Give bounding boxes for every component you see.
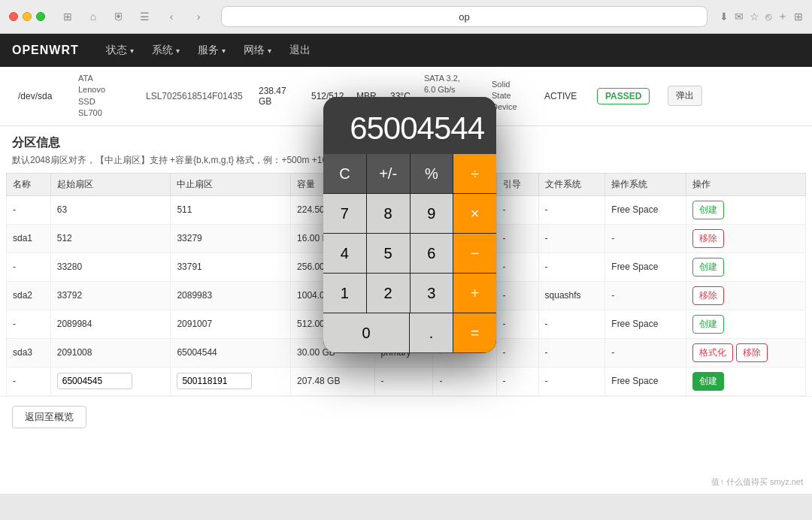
create-button[interactable]: 创建 <box>692 315 724 334</box>
nav-system-label: 系统 <box>152 44 173 57</box>
back-to-overview-button[interactable]: 返回至概览 <box>12 406 86 428</box>
create-green-button[interactable]: 创建 <box>692 372 724 391</box>
cell-fs: - <box>538 338 605 367</box>
forward-nav-icon[interactable]: › <box>188 6 209 27</box>
disk-model: ATA Lenovo SSD SL700 <box>72 73 140 119</box>
nav-item-system[interactable]: 系统 ▾ <box>143 34 189 67</box>
nav-status-label: 状态 <box>106 44 127 57</box>
star-icon[interactable]: ☆ <box>750 11 759 23</box>
nav-network-arrow: ▾ <box>268 47 271 55</box>
cell-end: 2089983 <box>171 281 291 310</box>
cell-action[interactable]: 创建 <box>686 195 806 224</box>
calculator-display: 65004544 <box>323 97 496 154</box>
cell-boot: - <box>496 281 538 310</box>
create-button[interactable]: 创建 <box>692 201 724 219</box>
cell-name: sda2 <box>7 281 51 310</box>
calc-btn-8-button[interactable]: 8 <box>367 194 410 233</box>
cell-os: Free Space <box>605 195 686 224</box>
close-button[interactable] <box>9 12 18 21</box>
minimize-button[interactable] <box>23 12 32 21</box>
reader-icon[interactable]: ☰ <box>134 6 155 27</box>
disk-device: /dev/sda <box>12 91 72 101</box>
remove-button[interactable]: 移除 <box>736 343 768 362</box>
nav-logout-label: 退出 <box>289 44 311 57</box>
nav-item-status[interactable]: 状态 ▾ <box>97 34 143 67</box>
calc-btn--button[interactable]: − <box>453 234 496 273</box>
cell-os: Free Space <box>605 252 686 281</box>
back-btn-row: 返回至概览 <box>0 396 812 437</box>
calc-btn-9-button[interactable]: 9 <box>411 194 453 233</box>
cell-name: - <box>7 195 51 224</box>
cell-os: Free Space <box>605 310 686 338</box>
calc-btn-4-button[interactable]: 4 <box>323 234 366 273</box>
maximize-button[interactable] <box>36 12 45 21</box>
calc-btn-5-button[interactable]: 5 <box>367 234 410 273</box>
cell-start: 33792 <box>50 281 171 310</box>
nav-item-logout[interactable]: 退出 <box>280 34 320 67</box>
nav-item-services[interactable]: 服务 ▾ <box>189 34 235 67</box>
main-content: /dev/sda ATA Lenovo SSD SL700 LSL7025618… <box>0 67 812 494</box>
browser-nav: ⊞ ⌂ ⛨ ☰ <box>57 6 155 27</box>
calc-btn--button[interactable]: = <box>453 313 496 352</box>
format-button[interactable]: 格式化 <box>692 343 733 362</box>
cell-end: 33279 <box>171 224 291 252</box>
disk-eject-button[interactable]: 弹出 <box>668 86 702 106</box>
calc-btn-2-button[interactable]: 2 <box>367 274 410 313</box>
address-bar[interactable]: op <box>221 6 707 27</box>
disk-badge-col: PASSED <box>591 90 656 101</box>
calc-btn-0-button[interactable]: 0 <box>323 313 409 352</box>
cell-size: 207.48 GB <box>291 367 375 395</box>
calc-btn--button[interactable]: + <box>453 274 496 313</box>
nav-services-arrow: ▾ <box>222 47 226 55</box>
calc-btn--button[interactable]: ÷ <box>453 154 496 193</box>
calc-btn-C-button[interactable]: C <box>323 154 366 193</box>
cell-start[interactable] <box>50 367 171 395</box>
cell-start: 2089984 <box>50 310 171 338</box>
home-icon[interactable]: ⌂ <box>83 6 104 27</box>
cell-action[interactable]: 创建 <box>686 252 806 281</box>
cell-os: - <box>605 338 686 367</box>
share-icon[interactable]: ⎋ <box>765 11 771 23</box>
calc-btn--button[interactable]: % <box>411 154 453 193</box>
cell-end: 511 <box>171 195 291 224</box>
cell-action[interactable]: 格式化 移除 <box>686 338 806 367</box>
calculator-overlay: 65004544 C+/-%÷789×456−123+0.= <box>323 97 496 353</box>
calc-btn--button[interactable]: +/- <box>367 154 410 193</box>
tabs-icon[interactable]: ⊞ <box>794 11 803 23</box>
cell-end: 33791 <box>171 252 291 281</box>
new-tab-icon[interactable]: ＋ <box>777 10 788 23</box>
calc-btn--button[interactable]: × <box>453 194 496 233</box>
cell-action[interactable]: 创建 <box>686 367 806 395</box>
browser-titlebar: ⊞ ⌂ ⛨ ☰ ‹ › op ⬇ ✉ ☆ ⎋ ＋ ⊞ <box>0 0 812 33</box>
cell-end: 2091007 <box>171 310 291 338</box>
cell-end: 65004544 <box>171 338 291 367</box>
col-header-os: 操作系统 <box>605 173 686 195</box>
cell-boot: - <box>496 338 538 367</box>
nav-item-network[interactable]: 网络 ▾ <box>235 34 280 67</box>
calc-btn--button[interactable]: . <box>410 313 453 352</box>
tab-grid-icon[interactable]: ⊞ <box>57 6 78 27</box>
download-icon[interactable]: ⬇ <box>720 11 729 23</box>
calc-btn-1-button[interactable]: 1 <box>323 274 366 313</box>
col-header-boot: 引导 <box>496 173 538 195</box>
cell-start: 512 <box>50 224 171 252</box>
calc-btn-7-button[interactable]: 7 <box>323 194 366 233</box>
cell-end[interactable] <box>171 367 291 395</box>
remove-button[interactable]: 移除 <box>692 229 724 248</box>
mail-icon[interactable]: ✉ <box>735 11 744 23</box>
cell-used: - <box>433 367 496 395</box>
cell-action[interactable]: 创建 <box>686 310 806 338</box>
cell-boot: - <box>496 367 538 395</box>
table-row: - 207.48 GB - - - - Free Space 创建 <box>7 367 806 395</box>
col-header-fs: 文件系统 <box>538 173 605 195</box>
nav-system-arrow: ▾ <box>176 47 180 55</box>
nav-status-arrow: ▾ <box>130 47 134 55</box>
calc-btn-3-button[interactable]: 3 <box>411 274 453 313</box>
remove-button[interactable]: 移除 <box>692 286 724 305</box>
cell-action[interactable]: 移除 <box>686 281 806 310</box>
back-nav-icon[interactable]: ‹ <box>161 6 182 27</box>
cell-action[interactable]: 移除 <box>686 224 806 252</box>
shield-icon[interactable]: ⛨ <box>108 6 129 27</box>
create-button[interactable]: 创建 <box>692 258 724 277</box>
calc-btn-6-button[interactable]: 6 <box>411 234 453 273</box>
